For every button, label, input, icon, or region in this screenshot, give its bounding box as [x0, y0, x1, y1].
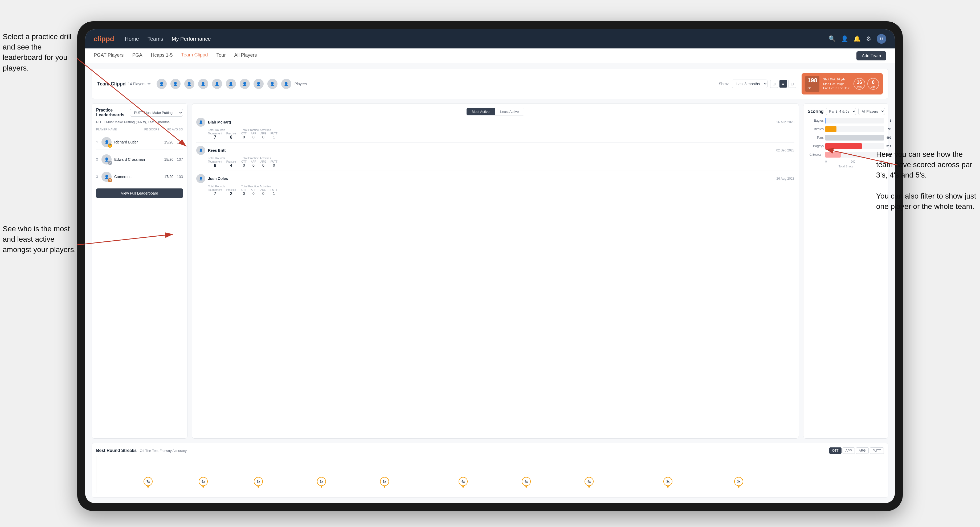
bar-fill-bogeys — [825, 143, 862, 149]
player-avatar-1: 👤 — [156, 78, 167, 89]
subnav-team-clippd[interactable]: Team Clippd — [181, 52, 208, 59]
annotation-bottom-left: See who is the most and least active amo… — [3, 224, 77, 255]
bubble-1: 7x — [143, 477, 153, 487]
bar-chart: Eagles 3 Birdies 96 — [808, 117, 884, 434]
bubble-6: 4x — [458, 477, 468, 487]
team-title: Team Clippd 14 Players ✏ — [97, 81, 151, 87]
pe-name-2: Rees Britt — [208, 148, 773, 152]
lb-avatar-1: 👤 🥇 — [102, 137, 111, 147]
scoring-par-filter[interactable]: Par 3, 4 & 5s — [826, 108, 856, 115]
filter-ott[interactable]: OTT — [829, 448, 842, 454]
practice-leaderboard-header: Practice Leaderboards PUTT Must Make Put… — [96, 108, 183, 117]
practice-leaderboard-title: Practice Leaderboards — [96, 108, 127, 117]
nav-teams[interactable]: Teams — [148, 36, 163, 42]
bar-row-bogeys: Bogeys 311 — [808, 143, 884, 149]
player-avatar-7: 👤 — [239, 78, 250, 89]
tab-least-active[interactable]: Least Active — [495, 108, 524, 115]
table-view-btn[interactable]: ⊟ — [788, 80, 796, 88]
lb-row-3: 3 👤 3 Cameron... 17/20 103 — [96, 170, 183, 184]
pe-avatar-2: 👤 — [196, 146, 205, 155]
subnav-pgat[interactable]: PGAT Players — [94, 52, 124, 59]
lb-row-2: 2 👤 2 Edward Crossman 18/20 107 — [96, 152, 183, 167]
player-entry-2: 👤 Rees Britt 02 Sep 2023 Total Rounds To… — [196, 146, 794, 171]
player-avatar-3: 👤 — [184, 78, 195, 89]
bubble-3: 6x — [254, 477, 263, 487]
player-entry-3: 👤 Josh Coles 26 Aug 2023 Total Rounds To… — [196, 174, 794, 199]
settings-icon[interactable]: ⚙ — [866, 35, 871, 42]
scoring-title: Scoring — [808, 109, 824, 114]
chart-xaxis: 0 200 400 — [808, 160, 884, 163]
col-player-name: PLAYER NAME — [96, 128, 117, 131]
shot-circle-2: 0 yds — [867, 78, 879, 90]
ipad-frame: clippd Home Teams My Performance 🔍 👤 🔔 ⚙… — [77, 21, 903, 511]
search-icon[interactable]: 🔍 — [829, 35, 836, 42]
navbar-links: Home Teams My Performance — [125, 36, 829, 42]
tab-most-active[interactable]: Most Active — [466, 108, 495, 115]
filter-app[interactable]: APP — [843, 448, 855, 454]
player-avatar-4: 👤 — [197, 78, 209, 89]
player-avatar-8: 👤 — [253, 78, 264, 89]
filter-buttons: OTT APP ARG PUTT — [829, 448, 884, 454]
pe-avatar-1: 👤 — [196, 117, 205, 127]
add-team-button[interactable]: Add Team — [856, 51, 886, 60]
col-pb-avg: PB AVG SQ — [167, 128, 183, 131]
filter-arg[interactable]: ARG — [856, 448, 869, 454]
pe-name-3: Josh Coles — [208, 176, 774, 181]
bottom-card-header: Best Round Streaks Off The Tee, Fairway … — [96, 448, 884, 454]
subnav-all-players[interactable]: All Players — [234, 52, 257, 59]
lb-avatar-2: 👤 2 — [102, 154, 111, 165]
pe-date-1: 26 Aug 2023 — [776, 120, 794, 124]
players-row: 👤 👤 👤 👤 👤 👤 👤 👤 👤 👤 Players — [156, 78, 307, 89]
view-leaderboard-button[interactable]: View Full Leaderboard — [96, 189, 183, 198]
activity-tabs: Most Active Least Active — [466, 108, 525, 116]
player-avatar-9: 👤 — [267, 78, 278, 89]
bubble-4: 5x — [317, 477, 326, 487]
bar-row-eagles: Eagles 3 — [808, 117, 884, 124]
bubble-9: 3x — [663, 477, 673, 487]
practice-leaderboard-card: Practice Leaderboards PUTT Must Make Put… — [92, 103, 188, 439]
shot-circle-1: 16 yds — [854, 78, 865, 90]
player-entry-1: 👤 Blair McHarg 26 Aug 2023 Total Rounds … — [196, 117, 794, 143]
subnav: PGAT Players PGA Hcaps 1-5 Team Clippd T… — [85, 48, 895, 63]
logo: clippd — [94, 35, 114, 43]
nav-home[interactable]: Home — [125, 36, 139, 42]
team-count: 14 Players — [128, 82, 145, 86]
drill-subtitle: PUTT Must Make Putting (3-6 ft), Last 3 … — [96, 120, 183, 124]
subnav-hcaps[interactable]: Hcaps 1-5 — [151, 52, 173, 59]
lb-avatar-3: 👤 3 — [102, 171, 111, 182]
view-icons: ⊞ ≡ ⊟ — [770, 80, 796, 88]
edit-icon[interactable]: ✏ — [148, 82, 151, 86]
main-content: Team Clippd 14 Players ✏ 👤 👤 👤 👤 👤 👤 👤 👤… — [85, 63, 895, 503]
navbar-icons: 🔍 👤 🔔 ⚙ U — [829, 34, 886, 44]
grid-view-btn[interactable]: ⊞ — [770, 80, 778, 88]
person-icon[interactable]: 👤 — [841, 35, 848, 42]
show-label: Show: — [719, 82, 729, 86]
player-avatar-10: 👤 — [281, 78, 292, 89]
player-avatar-6: 👤 — [225, 78, 237, 89]
bubble-8: 4x — [584, 477, 593, 487]
list-view-btn[interactable]: ≡ — [779, 80, 787, 88]
bar-fill-birdies — [825, 126, 837, 132]
subnav-pga[interactable]: PGA — [132, 52, 142, 59]
middle-row: Practice Leaderboards PUTT Must Make Put… — [92, 103, 888, 439]
drill-select[interactable]: PUTT Must Make Putting... — [130, 109, 183, 117]
medal-gold: 🥇 — [108, 143, 112, 148]
bubble-10: 3x — [734, 477, 743, 487]
avatar[interactable]: U — [877, 34, 886, 44]
best-round-streaks-subtitle: Off The Tee, Fairway Accuracy — [138, 449, 187, 453]
filter-putt[interactable]: PUTT — [870, 448, 884, 454]
chart-xlabel: Total Shots — [808, 165, 884, 168]
show-select[interactable]: Last 3 months Last 6 months Last year — [732, 79, 767, 88]
annotation-top-left: Select a practice drill and see the lead… — [3, 32, 77, 73]
scoring-player-filter[interactable]: All Players — [858, 108, 885, 115]
bell-icon[interactable]: 🔔 — [854, 35, 861, 42]
pe-date-2: 02 Sep 2023 — [776, 149, 794, 152]
bubble-2: 6x — [199, 477, 208, 487]
player-avatar-5: 👤 — [212, 78, 223, 89]
subnav-tour[interactable]: Tour — [216, 52, 226, 59]
team-header: Team Clippd 14 Players ✏ 👤 👤 👤 👤 👤 👤 👤 👤… — [92, 69, 888, 99]
nav-my-performance[interactable]: My Performance — [172, 36, 211, 42]
bar-row-pars: Pars 499 — [808, 135, 884, 141]
leaderboard-header: PLAYER NAME PB SCORE PB AVG SQ — [96, 127, 183, 132]
pe-name-1: Blair McHarg — [208, 120, 774, 124]
